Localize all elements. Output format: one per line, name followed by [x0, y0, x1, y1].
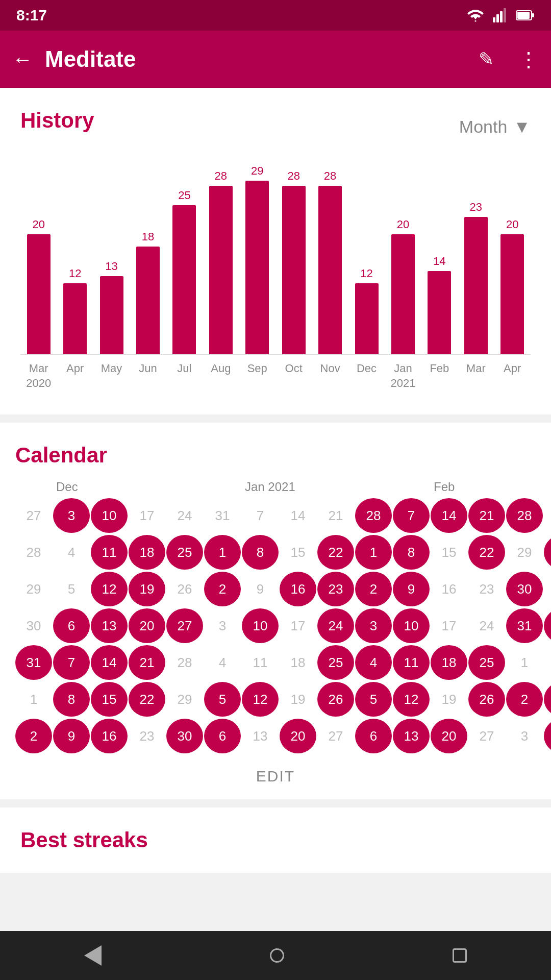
calendar-day-cell[interactable]: 18 — [280, 645, 316, 680]
calendar-day-cell[interactable]: 6 — [544, 572, 551, 606]
calendar-day-cell[interactable]: 8 — [53, 682, 90, 717]
calendar-day-cell[interactable]: 24 — [468, 608, 505, 643]
calendar-day-cell[interactable]: 9 — [242, 572, 279, 606]
calendar-day-cell[interactable]: 9 — [393, 572, 430, 606]
calendar-day-cell[interactable]: 17 — [280, 608, 316, 643]
more-options-icon[interactable]: ⋮ — [518, 47, 539, 71]
calendar-day-cell[interactable]: 6 — [53, 608, 90, 643]
calendar-day-cell[interactable]: 9 — [53, 719, 90, 753]
calendar-day-cell[interactable]: 3 — [53, 498, 90, 533]
calendar-day-cell[interactable]: 14 — [91, 645, 128, 680]
calendar-day-cell[interactable]: 31 — [506, 608, 543, 643]
calendar-day-cell[interactable]: 24 — [317, 608, 354, 643]
calendar-day-cell[interactable]: 30 — [506, 572, 543, 606]
calendar-day-cell[interactable]: 9 — [544, 682, 551, 717]
edit-icon[interactable]: ✎ — [479, 48, 494, 70]
calendar-day-cell[interactable]: 4 — [544, 498, 551, 533]
calendar-day-cell[interactable]: 11 — [242, 645, 279, 680]
calendar-day-cell[interactable]: 27 — [468, 719, 505, 753]
calendar-day-cell[interactable]: 20 — [129, 608, 165, 643]
calendar-day-cell[interactable]: 15 — [431, 535, 467, 570]
calendar-day-cell[interactable]: 3 — [204, 608, 241, 643]
calendar-day-cell[interactable]: 10 — [544, 719, 551, 753]
calendar-day-cell[interactable]: 1 — [506, 645, 543, 680]
calendar-day-cell[interactable]: 3 — [506, 719, 543, 753]
calendar-day-cell[interactable]: 19 — [129, 572, 165, 606]
nav-back-button[interactable] — [84, 945, 102, 966]
calendar-day-cell[interactable]: 14 — [280, 498, 316, 533]
calendar-day-cell[interactable]: 28 — [166, 645, 203, 680]
calendar-day-cell[interactable]: 19 — [280, 682, 316, 717]
calendar-day-cell[interactable]: 10 — [91, 498, 128, 533]
calendar-day-cell[interactable]: 11 — [393, 645, 430, 680]
calendar-day-cell[interactable]: 22 — [129, 682, 165, 717]
calendar-day-cell[interactable]: 13 — [393, 719, 430, 753]
calendar-day-cell[interactable]: 5 — [204, 682, 241, 717]
calendar-day-cell[interactable]: 1 — [355, 535, 392, 570]
calendar-day-cell[interactable]: 8 — [393, 535, 430, 570]
calendar-day-cell[interactable]: 12 — [242, 682, 279, 717]
calendar-day-cell[interactable]: 19 — [431, 682, 467, 717]
calendar-day-cell[interactable]: 14 — [431, 498, 467, 533]
calendar-day-cell[interactable]: 2 — [355, 572, 392, 606]
calendar-day-cell[interactable]: 10 — [393, 608, 430, 643]
calendar-day-cell[interactable]: 1 — [204, 535, 241, 570]
calendar-day-cell[interactable]: 26 — [166, 572, 203, 606]
calendar-day-cell[interactable]: 8 — [242, 535, 279, 570]
calendar-day-cell[interactable]: 25 — [166, 535, 203, 570]
calendar-day-cell[interactable]: 18 — [431, 645, 467, 680]
calendar-day-cell[interactable]: 25 — [468, 645, 505, 680]
calendar-day-cell[interactable]: 25 — [317, 645, 354, 680]
calendar-day-cell[interactable]: 20 — [431, 719, 467, 753]
calendar-day-cell[interactable]: 22 — [468, 535, 505, 570]
calendar-day-cell[interactable]: 7 — [544, 608, 551, 643]
calendar-day-cell[interactable]: 12 — [91, 572, 128, 606]
calendar-day-cell[interactable]: 29 — [166, 682, 203, 717]
calendar-day-cell[interactable]: 23 — [468, 572, 505, 606]
calendar-day-cell[interactable]: 27 — [317, 719, 354, 753]
calendar-day-cell[interactable]: 27 — [15, 498, 52, 533]
nav-recent-button[interactable] — [453, 948, 467, 963]
calendar-day-cell[interactable]: 15 — [91, 682, 128, 717]
calendar-day-cell[interactable]: 21 — [317, 498, 354, 533]
calendar-day-cell[interactable]: 18 — [129, 535, 165, 570]
calendar-day-cell[interactable]: 23 — [317, 572, 354, 606]
calendar-day-cell[interactable]: 15 — [280, 535, 316, 570]
nav-home-button[interactable] — [270, 948, 284, 963]
calendar-day-cell[interactable]: 2 — [506, 682, 543, 717]
calendar-day-cell[interactable]: 10 — [242, 608, 279, 643]
calendar-day-cell[interactable]: 12 — [393, 682, 430, 717]
calendar-day-cell[interactable]: 11 — [91, 535, 128, 570]
back-button[interactable]: ← — [12, 48, 33, 71]
calendar-day-cell[interactable]: 17 — [431, 608, 467, 643]
calendar-day-cell[interactable]: 4 — [53, 535, 90, 570]
calendar-day-cell[interactable]: 26 — [468, 682, 505, 717]
calendar-day-cell[interactable]: 1 — [15, 682, 52, 717]
calendar-day-cell[interactable]: 31 — [204, 498, 241, 533]
calendar-day-cell[interactable]: 13 — [242, 719, 279, 753]
calendar-day-cell[interactable]: 7 — [53, 645, 90, 680]
calendar-day-cell[interactable]: 17 — [129, 498, 165, 533]
calendar-day-cell[interactable]: 30 — [166, 719, 203, 753]
calendar-day-cell[interactable]: 2 — [204, 572, 241, 606]
calendar-day-cell[interactable]: 21 — [468, 498, 505, 533]
calendar-day-cell[interactable]: 20 — [280, 719, 316, 753]
calendar-day-cell[interactable]: 29 — [15, 572, 52, 606]
calendar-day-cell[interactable]: 4 — [355, 645, 392, 680]
calendar-day-cell[interactable]: 29 — [506, 535, 543, 570]
calendar-day-cell[interactable]: 13 — [91, 608, 128, 643]
calendar-day-cell[interactable]: 23 — [129, 719, 165, 753]
calendar-day-cell[interactable]: 7 — [393, 498, 430, 533]
calendar-day-cell[interactable]: 24 — [166, 498, 203, 533]
calendar-day-cell[interactable]: 22 — [317, 535, 354, 570]
edit-button[interactable]: EDIT — [15, 755, 536, 789]
calendar-day-cell[interactable]: 28 — [15, 535, 52, 570]
calendar-day-cell[interactable]: 6 — [204, 719, 241, 753]
calendar-day-cell[interactable]: 26 — [317, 682, 354, 717]
calendar-day-cell[interactable]: 30 — [15, 608, 52, 643]
calendar-day-cell[interactable]: 6 — [355, 719, 392, 753]
calendar-day-cell[interactable]: 16 — [431, 572, 467, 606]
calendar-day-cell[interactable]: 5 — [544, 535, 551, 570]
calendar-day-cell[interactable]: 5 — [355, 682, 392, 717]
calendar-day-cell[interactable]: 28 — [506, 498, 543, 533]
